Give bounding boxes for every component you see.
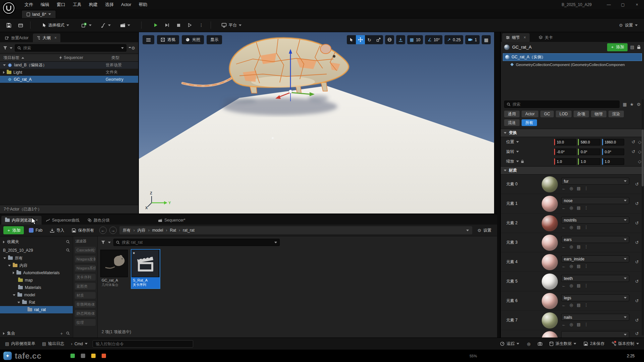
breadcrumb-item[interactable]: model bbox=[146, 228, 163, 233]
search-icon[interactable] bbox=[66, 331, 70, 335]
material-dropdown[interactable]: legs bbox=[561, 294, 629, 301]
tab-color-grading[interactable]: 颜色分级 bbox=[84, 216, 113, 225]
settings-dropdown[interactable]: ⚙ 设置 bbox=[616, 20, 640, 30]
location-label[interactable]: 位置 bbox=[506, 139, 552, 145]
collapsed-arrow-icon[interactable] bbox=[3, 332, 5, 335]
pick-icon[interactable]: ▤ bbox=[577, 322, 580, 327]
instance-row[interactable]: GC_rat_A（实例） bbox=[503, 53, 642, 61]
browse-icon[interactable]: ◎ bbox=[570, 264, 573, 268]
browse-icon[interactable]: ◎ bbox=[570, 322, 573, 327]
tree-item-rat[interactable]: Rat bbox=[0, 299, 73, 306]
breadcrumb-item[interactable]: rat_rat bbox=[176, 228, 195, 233]
use-selected-icon[interactable]: ← bbox=[562, 186, 566, 191]
column-item-label[interactable]: 项目标签 bbox=[3, 55, 57, 61]
gear-icon[interactable]: ⚙ bbox=[637, 102, 641, 107]
add-collection-icon[interactable]: ＋ bbox=[59, 331, 64, 336]
breadcrumb-item[interactable]: 内容 bbox=[131, 228, 146, 233]
chevron-down-icon[interactable] bbox=[108, 242, 111, 243]
search-icon[interactable] bbox=[66, 248, 70, 252]
chip-all[interactable]: 所有 bbox=[522, 119, 537, 126]
expand-arrow-icon[interactable] bbox=[8, 265, 11, 266]
material-thumbnail[interactable] bbox=[542, 293, 558, 309]
close-icon[interactable]: × bbox=[54, 36, 57, 40]
tab-level[interactable]: land_B* bbox=[21, 10, 56, 18]
reset-icon[interactable]: ↺ bbox=[633, 240, 641, 245]
play-options-kebab-icon[interactable]: ⋮ bbox=[197, 20, 206, 30]
surface-snap-icon[interactable] bbox=[396, 35, 405, 44]
filter-chip[interactable]: 蓝图类 bbox=[75, 283, 96, 290]
menu-select[interactable]: 选择 bbox=[101, 0, 117, 9]
filter-chip[interactable]: Niagara发射器 bbox=[75, 256, 96, 262]
material-dropdown[interactable]: nose bbox=[561, 197, 629, 204]
browse-icon[interactable]: ◎ bbox=[570, 205, 573, 210]
expand-arrow-icon[interactable] bbox=[13, 294, 15, 296]
tree-item-model[interactable]: model bbox=[0, 291, 73, 299]
lock-icon[interactable] bbox=[637, 45, 641, 49]
screenshot-camera-icon[interactable] bbox=[536, 340, 544, 348]
material-thumbnail[interactable] bbox=[542, 215, 558, 231]
chip-streaming[interactable]: 流送 bbox=[504, 119, 520, 126]
scale-z-field[interactable]: 1.0 bbox=[602, 158, 624, 165]
scale-x-field[interactable]: 1.0 bbox=[554, 158, 576, 165]
lit-dropdown[interactable]: 光照 bbox=[182, 35, 204, 44]
filter-chip[interactable]: 材质 bbox=[75, 292, 96, 299]
record-icon[interactable]: ◎ bbox=[525, 340, 532, 348]
fab-button[interactable]: Fab bbox=[26, 226, 45, 235]
reset-icon[interactable]: ↺ bbox=[633, 279, 641, 284]
tree-item-materials[interactable]: Materials bbox=[0, 284, 73, 291]
collapsed-arrow-icon[interactable] bbox=[3, 241, 5, 243]
pick-icon[interactable]: ▤ bbox=[577, 264, 580, 268]
component-row[interactable]: GeometryCollectionComponent (GeometryCol… bbox=[501, 61, 644, 68]
rotation-x-field[interactable]: -0.0° bbox=[554, 148, 576, 155]
filter-funnel-icon[interactable] bbox=[3, 46, 7, 50]
search-icon[interactable] bbox=[66, 240, 70, 244]
panel-layout-icon[interactable]: ▤ bbox=[630, 45, 634, 49]
show-dropdown[interactable]: 显示 bbox=[207, 35, 222, 44]
chevron-down-icon[interactable] bbox=[466, 230, 469, 231]
import-button[interactable]: 导入 bbox=[48, 226, 67, 235]
chip-gc[interactable]: GC bbox=[540, 111, 554, 117]
details-scrollbar[interactable] bbox=[642, 99, 644, 336]
outliner-row-gc-rat[interactable]: GC_rat_A Geometry bbox=[0, 76, 138, 83]
chevron-down-icon[interactable] bbox=[121, 47, 124, 49]
filter-chip[interactable]: 关卡序列 bbox=[75, 274, 96, 281]
materials-section-header[interactable]: 材质 bbox=[501, 166, 644, 175]
filter-chip[interactable]: Cascade粒子 bbox=[75, 247, 96, 253]
tree-item-all[interactable]: 所有 bbox=[0, 254, 73, 262]
save-all-button[interactable]: 保存所有 bbox=[69, 226, 97, 235]
column-sequencer[interactable]: Sequencer bbox=[59, 55, 109, 60]
project-header[interactable]: B_2025_10_A29 bbox=[0, 246, 73, 254]
chip-physics[interactable]: 物理 bbox=[591, 111, 606, 117]
collections-header[interactable]: 集合 ＋ bbox=[0, 329, 73, 338]
material-thumbnail[interactable] bbox=[542, 312, 558, 328]
assets-search-input[interactable] bbox=[122, 240, 272, 245]
tab-level-details[interactable]: 关卡 bbox=[535, 33, 556, 42]
filter-funnel-icon[interactable] bbox=[101, 240, 105, 244]
gear-icon[interactable]: ⚙ bbox=[131, 46, 135, 50]
pick-icon[interactable]: ▤ bbox=[577, 283, 580, 288]
use-selected-icon[interactable]: ← bbox=[562, 244, 566, 249]
tree-item-map[interactable]: map bbox=[0, 277, 73, 284]
outliner-row-level[interactable]: land_B（编辑器） 世界场景 bbox=[0, 62, 138, 69]
pick-icon[interactable]: ▤ bbox=[577, 303, 580, 307]
outliner-search-input[interactable] bbox=[23, 46, 119, 50]
lock-icon[interactable] bbox=[521, 160, 524, 163]
breadcrumb[interactable]: 所有 内容 model Rat rat_rat bbox=[119, 226, 473, 234]
tab-sequencer[interactable]: Sequencer* bbox=[154, 216, 189, 225]
tab-details[interactable]: 细节 × bbox=[502, 33, 530, 42]
platform-dropdown[interactable]: 平台 bbox=[219, 20, 244, 30]
more-icon[interactable]: ⋮ bbox=[584, 225, 588, 230]
more-icon[interactable]: ⋮ bbox=[584, 244, 588, 249]
collapsed-arrow-icon[interactable] bbox=[3, 71, 5, 74]
outliner-row-light-folder[interactable]: Light 文件夹 bbox=[0, 69, 138, 76]
tree-item-content[interactable]: 内容 bbox=[0, 262, 73, 269]
blueprints-button[interactable] bbox=[99, 20, 113, 30]
filter-chip[interactable]: 骨骼网格体 bbox=[75, 301, 96, 308]
material-thumbnail[interactable] bbox=[542, 176, 558, 192]
console-command-input[interactable] bbox=[93, 340, 193, 348]
material-thumbnail[interactable] bbox=[542, 331, 558, 338]
asset-tile-s-rat[interactable]: * S_Rat_A 关卡序列 bbox=[131, 250, 160, 288]
taskbar-icon-green[interactable] bbox=[70, 354, 75, 358]
more-icon[interactable]: ⋮ bbox=[584, 264, 588, 268]
rotation-label[interactable]: 旋转 bbox=[506, 149, 552, 155]
